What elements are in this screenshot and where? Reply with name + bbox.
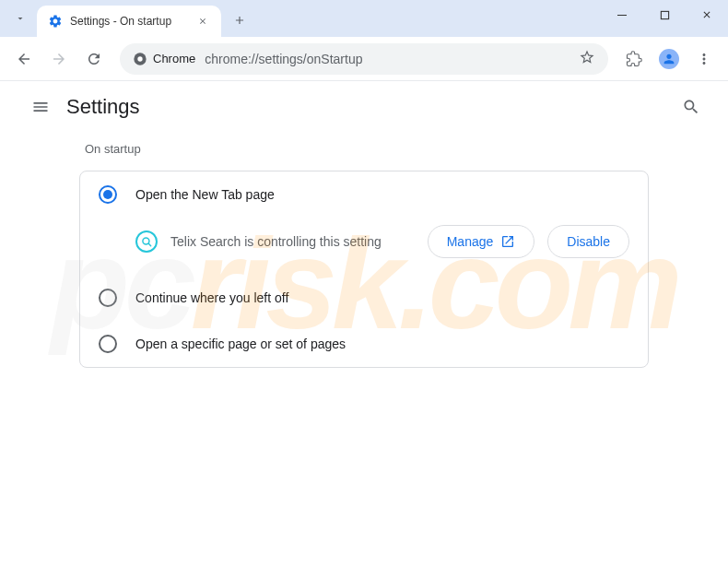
manage-label: Manage bbox=[447, 234, 494, 249]
site-info[interactable]: Chrome bbox=[133, 52, 195, 66]
new-tab-button[interactable] bbox=[227, 7, 252, 33]
tabs-dropdown-button[interactable] bbox=[7, 6, 33, 31]
reload-button[interactable] bbox=[79, 44, 109, 74]
address-bar[interactable]: Chrome chrome://settings/onStartup bbox=[120, 43, 608, 75]
svg-point-3 bbox=[137, 56, 142, 61]
profile-button[interactable] bbox=[654, 44, 684, 74]
bookmark-star-icon[interactable] bbox=[579, 49, 595, 69]
window-controls bbox=[601, 0, 728, 37]
disable-label: Disable bbox=[567, 234, 610, 249]
forward-button[interactable] bbox=[44, 44, 74, 74]
svg-line-5 bbox=[148, 243, 150, 245]
avatar-icon bbox=[659, 49, 679, 69]
option-new-tab[interactable]: Open the New Tab page bbox=[80, 171, 648, 218]
controlled-message: Telix Search is controlling this setting bbox=[170, 234, 415, 249]
svg-rect-1 bbox=[661, 11, 668, 18]
radio-unselected[interactable] bbox=[99, 289, 117, 307]
search-settings-button[interactable] bbox=[673, 89, 710, 125]
chrome-icon bbox=[133, 52, 147, 66]
url-text: chrome://settings/onStartup bbox=[205, 52, 569, 66]
option-specific-pages[interactable]: Open a specific page or set of pages bbox=[80, 321, 648, 367]
settings-page: Settings On startup Open the New Tab pag… bbox=[0, 81, 728, 567]
option-label: Continue where you left off bbox=[135, 290, 288, 305]
radio-unselected[interactable] bbox=[99, 335, 117, 353]
close-window-button[interactable] bbox=[686, 0, 728, 30]
browser-tab[interactable]: Settings - On startup bbox=[37, 6, 221, 37]
extensions-button[interactable] bbox=[619, 44, 649, 74]
page-title: Settings bbox=[66, 95, 140, 119]
hamburger-menu-button[interactable] bbox=[18, 85, 63, 129]
extension-icon bbox=[135, 230, 158, 253]
external-link-icon bbox=[500, 234, 515, 249]
startup-options-card: Open the New Tab page Telix Search is co… bbox=[79, 171, 649, 368]
back-button[interactable] bbox=[9, 44, 39, 74]
disable-button[interactable]: Disable bbox=[547, 225, 629, 258]
extension-controlled-notice: Telix Search is controlling this setting… bbox=[80, 218, 648, 275]
tab-title: Settings - On startup bbox=[70, 15, 194, 28]
maximize-button[interactable] bbox=[643, 0, 686, 30]
browser-toolbar: Chrome chrome://settings/onStartup bbox=[0, 37, 728, 81]
page-header: Settings bbox=[0, 81, 728, 133]
kebab-menu-button[interactable] bbox=[689, 44, 719, 74]
close-icon[interactable] bbox=[194, 12, 212, 30]
settings-content: On startup Open the New Tab page Telix S… bbox=[0, 133, 728, 368]
manage-button[interactable]: Manage bbox=[428, 225, 535, 258]
chrome-label: Chrome bbox=[153, 52, 195, 65]
option-label: Open the New Tab page bbox=[135, 187, 275, 202]
option-continue[interactable]: Continue where you left off bbox=[80, 275, 648, 321]
radio-selected[interactable] bbox=[99, 185, 117, 204]
svg-rect-0 bbox=[617, 15, 627, 16]
section-title: On startup bbox=[79, 142, 649, 156]
minimize-button[interactable] bbox=[601, 0, 643, 30]
option-label: Open a specific page or set of pages bbox=[135, 337, 346, 351]
gear-icon bbox=[48, 14, 63, 29]
tab-strip: Settings - On startup bbox=[0, 0, 728, 37]
